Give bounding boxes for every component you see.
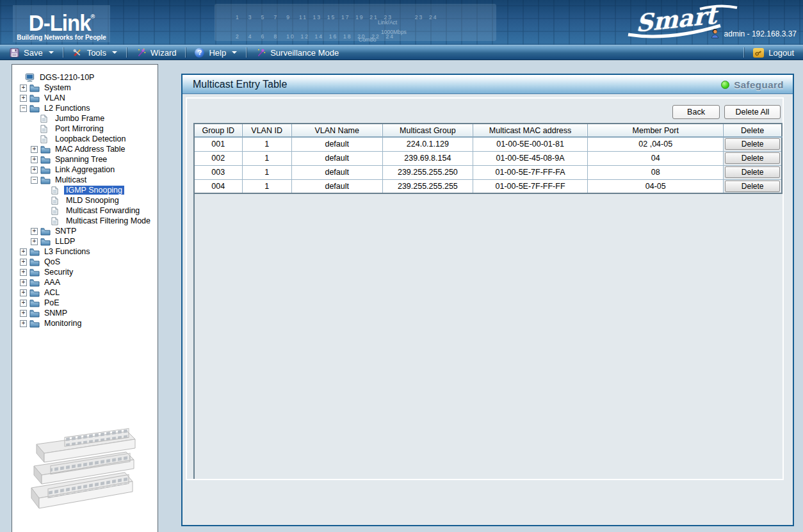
tree-expand-toggle[interactable]: −: [31, 177, 38, 184]
tree-expand-toggle[interactable]: +: [20, 95, 27, 102]
device-tree: DGS-1210-10P + System + VLAN − L2 Functi…: [12, 72, 158, 328]
tree-item-label: Security: [42, 268, 75, 277]
tree-expand-toggle[interactable]: +: [20, 85, 27, 92]
delete-row-button[interactable]: Delete: [725, 166, 780, 178]
workspace: Back Delete All Group IDVLAN IDVLAN Name…: [186, 97, 784, 480]
delete-row-button[interactable]: Delete: [725, 138, 780, 150]
delete-all-button[interactable]: Delete All: [724, 105, 781, 119]
tree-item-link-aggregation[interactable]: + Link Aggregation: [12, 165, 158, 175]
tree-item-multicast-forwarding[interactable]: Multicast Forwarding: [12, 206, 158, 216]
column-header-member-port: Member Port: [588, 124, 724, 137]
tree-item-sntp[interactable]: + SNTP: [12, 226, 158, 236]
help-button[interactable]: ? Help: [186, 45, 246, 60]
tree-item-system[interactable]: + System: [12, 83, 158, 93]
tree-item-icon: [40, 237, 51, 246]
column-header-delete: Delete: [724, 124, 782, 137]
tree-item-label: L2 Functions: [42, 104, 92, 113]
tree-item-poe[interactable]: + PoE: [12, 298, 158, 308]
cell-group-id: 003: [195, 165, 242, 179]
tree-expand-toggle[interactable]: +: [31, 156, 38, 163]
safeguard-status-dot: [721, 81, 729, 89]
tree-expand-toggle[interactable]: +: [20, 310, 27, 317]
tree-expand-toggle[interactable]: +: [20, 259, 27, 266]
tree-item-port-mirroring[interactable]: Port Mirroring: [12, 124, 158, 134]
tree-item-label: DGS-1210-10P: [38, 73, 96, 82]
tree-item-icon: [40, 227, 51, 236]
tree-expand-toggle[interactable]: +: [31, 238, 38, 245]
cell-member-port: 02 ,04-05: [588, 137, 724, 151]
tree-expand-toggle[interactable]: +: [31, 228, 38, 235]
tree-item-loopback-detection[interactable]: Loopback Detection: [12, 134, 158, 144]
content-panel: Multicast Entry Table Safeguard Back Del…: [181, 74, 794, 526]
delete-row-button[interactable]: Delete: [725, 181, 780, 192]
banner-label-speed: 1000Mbps: [381, 29, 407, 35]
toolbar: Save Tools Wizard ? Help: [0, 45, 803, 60]
tree-item-acl[interactable]: + ACL: [12, 287, 158, 298]
tree-item-icon: [29, 104, 40, 113]
tree-item-multicast-filtering-mode[interactable]: Multicast Filtering Mode: [12, 216, 158, 226]
tree-expand-toggle[interactable]: +: [20, 269, 27, 276]
tree-item-multicast[interactable]: − Multicast: [12, 175, 158, 185]
column-header-group-id: Group ID: [195, 124, 242, 137]
admin-person-icon: [710, 28, 720, 39]
wizard-button[interactable]: Wizard: [127, 45, 185, 60]
tree-item-lldp[interactable]: + LLDP: [12, 236, 158, 246]
logout-button[interactable]: Logout: [744, 45, 803, 60]
tree-item-vlan[interactable]: + VLAN: [12, 93, 158, 103]
tree-item-monitoring[interactable]: + Monitoring: [12, 318, 158, 328]
tree-item-label: VLAN: [42, 93, 67, 102]
tree-item-l3-functions[interactable]: + L3 Functions: [12, 246, 158, 257]
tree-expand-toggle[interactable]: +: [20, 248, 27, 255]
cell-vlan-id: 1: [242, 151, 291, 165]
tree-item-aaa[interactable]: + AAA: [12, 277, 158, 287]
tree-expand-toggle[interactable]: +: [20, 279, 27, 286]
tree-item-snmp[interactable]: + SNMP: [12, 308, 158, 318]
tools-label: Tools: [87, 48, 106, 58]
table-actions: Back Delete All: [672, 105, 781, 119]
tree-item-dgs-1210-10p[interactable]: DGS-1210-10P: [12, 72, 158, 83]
dlink-logo: D-Link® Building Networks for People: [13, 5, 110, 42]
multicast-table-region: Group IDVLAN IDVLAN NameMulticast GroupM…: [193, 123, 783, 479]
save-button[interactable]: Save: [0, 45, 63, 60]
tree-expand-toggle[interactable]: +: [31, 166, 38, 173]
tree-item-l2-functions[interactable]: − L2 Functions: [12, 103, 158, 113]
tree-item-label: Monitoring: [42, 319, 83, 328]
tree-item-security[interactable]: + Security: [12, 267, 158, 277]
tree-expand-toggle[interactable]: +: [20, 320, 27, 327]
cell-delete: Delete: [724, 165, 782, 179]
tree-item-mld-snooping[interactable]: MLD Snooping: [12, 195, 158, 206]
top-banner: 1 3 5 7 9 11 13 15 17 19 21 23 23 24 2 4…: [0, 0, 803, 45]
tools-dropdown-caret: [112, 51, 117, 54]
tree-expand-toggle[interactable]: −: [20, 105, 27, 112]
tree-item-icon: [29, 298, 40, 307]
tree-item-jumbo-frame[interactable]: Jumbo Frame: [12, 113, 158, 124]
tree-item-icon: [40, 114, 51, 123]
tools-button[interactable]: Tools: [63, 45, 126, 60]
tree-item-icon: [51, 186, 61, 195]
tree-item-label: Jumbo Frame: [53, 114, 106, 123]
tree-item-label: PoE: [42, 298, 61, 307]
banner-port-numbers-top: 1 3 5 7 9 11 13 15 17 19 21 23 23 24: [236, 14, 437, 20]
tree-item-label: System: [42, 83, 73, 92]
navigation-sidebar: DGS-1210-10P + System + VLAN − L2 Functi…: [12, 64, 158, 532]
back-button[interactable]: Back: [672, 105, 720, 119]
cell-multicast-group: 239.69.8.154: [382, 151, 473, 165]
tree-item-igmp-snooping[interactable]: IGMP Snooping: [12, 185, 158, 195]
tree-expand-toggle[interactable]: +: [20, 289, 27, 296]
tree-expand-toggle[interactable]: +: [20, 300, 27, 307]
delete-row-button[interactable]: Delete: [725, 152, 780, 164]
surveillance-mode-label: Surveillance Mode: [270, 48, 339, 58]
cell-vlan-id: 1: [242, 165, 291, 179]
surveillance-mode-button[interactable]: Surveillance Mode: [247, 45, 348, 60]
cell-vlan-id: 1: [242, 179, 291, 193]
cell-group-id: 002: [195, 151, 242, 165]
cell-vlan-name: default: [291, 179, 382, 193]
save-dropdown-caret: [49, 51, 54, 54]
safeguard-label: Safeguard: [734, 79, 784, 90]
tree-item-qos[interactable]: + QoS: [12, 257, 158, 267]
tree-item-icon: [29, 268, 40, 277]
tree-item-mac-address-table[interactable]: + MAC Address Table: [12, 144, 158, 154]
help-label: Help: [209, 48, 226, 58]
tree-item-spanning-tree[interactable]: + Spanning Tree: [12, 154, 158, 165]
tree-expand-toggle[interactable]: +: [31, 146, 38, 153]
